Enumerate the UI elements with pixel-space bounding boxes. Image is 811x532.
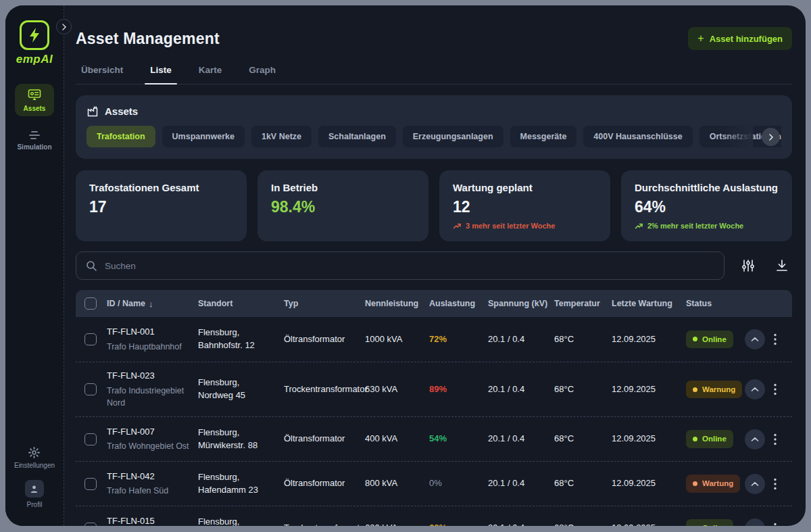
asset-last-maintenance: 12.09.2025: [612, 333, 686, 346]
table-row[interactable]: TF-FLN-015 Trafo Schulzentrum Flensburg,…: [76, 506, 792, 526]
row-collapse-button[interactable]: [745, 474, 765, 494]
search-input[interactable]: [105, 261, 714, 271]
stat-trend-label: 3 mehr seit letzter Woche: [466, 222, 555, 230]
assets-icon: [27, 89, 42, 102]
asset-street: Mürwikerstr. 88: [198, 439, 277, 452]
asset-type-chip[interactable]: Erzeugungsanlagen: [403, 126, 503, 147]
add-asset-label: Asset hinzufügen: [710, 34, 783, 44]
select-all-checkbox[interactable]: [84, 297, 97, 310]
export-download-button[interactable]: [775, 258, 789, 273]
stat-value: 12: [453, 198, 597, 216]
column-header-label: Status: [686, 299, 712, 308]
asset-load: 72%: [429, 333, 488, 346]
kebab-menu-icon: [774, 523, 777, 526]
sidebar-item-profil[interactable]: Profil: [25, 480, 44, 508]
logo[interactable]: empAI: [16, 20, 53, 66]
tab[interactable]: Übersicht: [76, 65, 128, 84]
row-checkbox[interactable]: [84, 478, 97, 490]
asset-load: 0%: [429, 477, 488, 490]
tab-label: Karte: [199, 65, 222, 75]
asset-name: Trafo Industriegebiet Nord: [107, 385, 191, 409]
asset-id: TF-FLN-023: [107, 370, 191, 383]
column-header[interactable]: Nennleistung: [365, 299, 429, 309]
status-dot: [693, 481, 697, 486]
column-header[interactable]: Spannung (kV): [488, 299, 554, 309]
asset-type-chip[interactable]: Messgeräte: [510, 126, 577, 147]
status-label: Online: [702, 334, 727, 345]
sidebar-item-label: Einstellungen: [14, 462, 55, 469]
row-menu-button[interactable]: [774, 333, 777, 345]
row-menu-button[interactable]: [774, 523, 777, 526]
table-row[interactable]: TF-FLN-007 Trafo Wohngebiet Ost Flensbur…: [76, 416, 792, 461]
asset-last-maintenance: 12.09.2025: [612, 433, 686, 445]
asset-voltage: 20.1 / 0.4: [488, 433, 554, 445]
asset-type: Öltransformator: [284, 433, 365, 445]
sidebar-item-label: Profil: [27, 501, 43, 508]
status-label: Warnung: [702, 384, 735, 395]
row-checkbox[interactable]: [84, 383, 97, 395]
sidebar-item-einstellungen[interactable]: Einstellungen: [14, 447, 55, 469]
sidebar-item-simulation[interactable]: Simulation: [15, 125, 54, 155]
asset-type-chip[interactable]: Schaltanlagen: [318, 126, 396, 147]
filter-button[interactable]: [741, 258, 756, 273]
stat-label: Durchschnittliche Auslastung: [635, 182, 779, 193]
column-header-label: Letzte Wartung: [612, 299, 672, 308]
row-checkbox[interactable]: [84, 333, 97, 345]
app-window: empAI Assets Simulation: [5, 5, 806, 526]
stat-label: Trafostationen Gesamt: [89, 182, 233, 193]
asset-type-chip[interactable]: Trafostation: [87, 126, 155, 147]
column-header-label: Standort: [198, 299, 232, 308]
chips-scroll-right-button[interactable]: [762, 128, 780, 146]
row-collapse-button[interactable]: [745, 518, 765, 526]
sidebar-item-label: Assets: [24, 105, 46, 112]
row-menu-button[interactable]: [774, 433, 777, 445]
table-row[interactable]: TF-FLN-001 Trafo Hauptbahnhof Flensburg,…: [76, 317, 792, 362]
table-header-row: ID / Name ↓ Standort Typ: [76, 290, 792, 317]
asset-type-chip[interactable]: Umspannwerke: [162, 126, 245, 147]
row-checkbox[interactable]: [84, 523, 97, 526]
column-header[interactable]: Auslastung: [429, 299, 488, 309]
asset-rated-power: 630 kVA: [365, 522, 429, 526]
asset-type-chip[interactable]: 1kV Netze: [251, 126, 312, 147]
column-header[interactable]: Letzte Wartung: [612, 299, 686, 309]
stat-label: Wartung geplant: [453, 182, 597, 193]
asset-voltage: 20.1 / 0.4: [488, 383, 554, 396]
table-tools: [741, 258, 789, 273]
asset-type-chip[interactable]: 400V Hausanschlüsse: [583, 126, 692, 147]
sort-desc-icon[interactable]: ↓: [149, 299, 153, 309]
column-header[interactable]: Standort: [198, 299, 284, 309]
asset-temperature: 68°C: [554, 433, 612, 445]
tab[interactable]: Graph: [243, 65, 281, 84]
status-badge: Online: [686, 331, 733, 349]
asset-temperature: 68°C: [554, 383, 612, 396]
column-header[interactable]: Temperatur: [554, 299, 612, 309]
column-header-label: ID / Name: [107, 299, 145, 308]
row-collapse-button[interactable]: [745, 379, 765, 400]
tab-label: Übersicht: [81, 65, 123, 75]
sidebar-collapse-button[interactable]: [56, 19, 72, 34]
column-header[interactable]: Status: [686, 299, 745, 309]
row-menu-button[interactable]: [774, 383, 777, 395]
row-menu-button[interactable]: [774, 478, 777, 490]
row-collapse-button[interactable]: [745, 429, 765, 450]
asset-load: 54%: [429, 433, 488, 445]
table-row[interactable]: TF-FLN-042 Trafo Hafen Süd Flensburg, Ha…: [76, 461, 792, 506]
asset-location: Flensburg, Eckernförder Str. 70: [198, 516, 284, 526]
sidebar-item-assets[interactable]: Assets: [15, 84, 54, 116]
asset-street: Bahnhofstr. 12: [198, 339, 277, 352]
row-checkbox[interactable]: [84, 433, 97, 445]
add-asset-button[interactable]: + Asset hinzufügen: [688, 27, 792, 50]
table-row[interactable]: TF-FLN-023 Trafo Industriegebiet Nord Fl…: [76, 362, 792, 416]
tab[interactable]: Liste: [145, 65, 177, 84]
row-collapse-button[interactable]: [745, 329, 765, 349]
kebab-menu-icon: [774, 433, 777, 445]
search-box[interactable]: [76, 251, 724, 280]
search-row: [76, 251, 792, 280]
chevron-right-icon: [62, 24, 67, 30]
asset-location: Flensburg, Hafendamm 23: [198, 471, 284, 497]
column-header[interactable]: ID / Name ↓: [107, 299, 198, 309]
asset-type: Trockentransformator: [284, 522, 365, 526]
assets-table: ID / Name ↓ Standort Typ: [76, 290, 792, 526]
column-header[interactable]: Typ: [284, 299, 365, 309]
tab[interactable]: Karte: [193, 65, 228, 84]
